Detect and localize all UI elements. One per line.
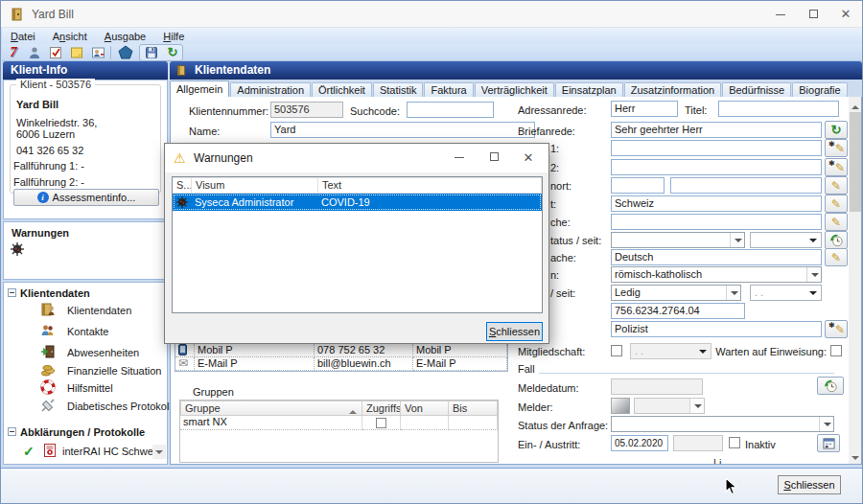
melder-select[interactable] (634, 398, 705, 414)
ahv-field[interactable]: 756.6234.2764.04 (611, 303, 745, 319)
inaktiv-checkbox[interactable] (729, 437, 740, 448)
tab-biografie[interactable]: Biografie (792, 82, 847, 97)
gruppen-row-name[interactable]: smart NX (180, 416, 362, 430)
nav-item-finanzielle-situation[interactable]: Finanzielle Situation (67, 365, 161, 377)
nav-group-abklaerungen[interactable]: Abklärungen / Protokolle (20, 426, 145, 438)
nav-item-interrai[interactable]: interRAI HC Schweiz (62, 446, 161, 457)
scrollbar-thumb[interactable] (850, 112, 861, 212)
dialog-close-action-button[interactable]: Schliessen (486, 322, 543, 341)
tab-einsatzplan[interactable]: Einsatzplan (555, 82, 623, 97)
beruf-edit-button[interactable]: ✱✎ (825, 320, 848, 338)
col-s[interactable]: S... (173, 177, 192, 194)
contact-kind-cell[interactable]: E-Mail P (413, 357, 507, 371)
col-visum[interactable]: Visum (192, 177, 318, 194)
tab-vertraeglichkeit[interactable]: Verträglichkeit (475, 82, 554, 97)
contact-type-cell[interactable]: E-Mail P (195, 357, 315, 371)
nav-scroll-down-button[interactable] (152, 445, 166, 459)
status-anfrage-select[interactable] (611, 416, 834, 432)
nav-item-diabetisches-protokoll[interactable]: Diabetisches Protokoll (67, 401, 172, 412)
contact-value-cell[interactable]: bill@bluewin.ch (315, 357, 413, 371)
field-row1[interactable] (611, 140, 822, 156)
refresh-button[interactable] (163, 45, 182, 60)
briefanrede-refresh-button[interactable] (825, 121, 848, 139)
menu-ausgabe[interactable]: Ausgabe (96, 31, 154, 42)
status-date-combo[interactable] (750, 232, 822, 248)
name-field[interactable]: Yard (270, 122, 535, 138)
gruppen-col-gruppe[interactable]: Gruppe (180, 401, 362, 416)
window-maximize-button[interactable] (797, 1, 829, 27)
field-row2[interactable] (611, 159, 822, 175)
menu-hilfe[interactable]: Hilfe (154, 31, 193, 42)
dialog-titlebar[interactable]: Warnungen ✕ (165, 144, 548, 172)
wohnort-edit-button[interactable] (825, 176, 848, 195)
contact-kind-cell[interactable]: Mobil P (413, 344, 507, 357)
eintritt-field[interactable]: 05.02.2020 (611, 435, 668, 451)
field-row5[interactable] (611, 214, 822, 230)
tab-statistik[interactable]: Statistik (373, 82, 424, 97)
contact-card-button[interactable] (88, 45, 107, 60)
tab-beduerfnisse[interactable]: Bedürfnisse (722, 82, 791, 97)
staat-edit-button[interactable] (825, 195, 848, 213)
mitgliedschaft-date-combo[interactable]: . . (630, 343, 711, 359)
scroll-up-button[interactable] (849, 97, 862, 111)
staat-field[interactable]: Schweiz (611, 195, 822, 212)
nav-item-abwesenheiten[interactable]: Abwesenheiten (67, 347, 139, 358)
menu-ansicht[interactable]: Ansicht (44, 31, 96, 42)
status-select[interactable] (611, 232, 745, 248)
col-text[interactable]: Text (318, 177, 542, 194)
pentagon-button[interactable] (116, 45, 135, 60)
briefanrede-field[interactable]: Sehr geehrter Herr (611, 122, 822, 138)
contact-value-cell[interactable]: 078 752 65 32 (315, 344, 413, 357)
titel-field[interactable] (718, 101, 839, 117)
wohnort-field[interactable] (670, 177, 822, 194)
scroll-down-button[interactable] (849, 450, 862, 465)
melder-icon[interactable] (611, 398, 630, 414)
row5-edit-button[interactable] (825, 213, 848, 231)
tab-oertlichkeit[interactable]: Örtlichkeit (312, 82, 372, 97)
contact-type-cell[interactable]: Mobil P (195, 344, 315, 357)
klientennummer-field[interactable]: 503576 (270, 102, 343, 118)
tab-zusatzinformation[interactable]: Zusatzinformation (624, 82, 721, 97)
report-button[interactable]: 7 (4, 45, 23, 60)
sprache-field[interactable]: Deutsch (611, 249, 822, 265)
nav-item-kontakte[interactable]: Kontakte (67, 326, 108, 337)
titlebar[interactable]: Yard Bill ✕ (1, 1, 862, 28)
austritt-field[interactable] (673, 435, 723, 451)
warten-checkbox[interactable] (830, 345, 842, 356)
mitgliedschaft-checkbox[interactable] (611, 345, 622, 356)
zivilstand-date-combo[interactable]: . . (750, 285, 822, 301)
dialog-close-button[interactable]: ✕ (512, 144, 545, 172)
dialog-minimize-button[interactable] (443, 144, 476, 172)
gruppen-col-zugriff[interactable]: Zugriffs... (362, 401, 401, 416)
collapse-icon[interactable] (8, 427, 16, 436)
beruf-field[interactable]: Polizist (611, 321, 822, 337)
protocol-button[interactable] (46, 45, 65, 60)
nav-item-hilfsmittel[interactable]: Hilfsmittel (67, 382, 113, 394)
gruppen-col-bis[interactable]: Bis (449, 401, 498, 416)
sprache-edit-button[interactable] (825, 248, 848, 266)
tab-faktura[interactable]: Faktura (424, 82, 473, 97)
konfession-select[interactable]: römisch-katholisch (611, 266, 822, 283)
row1-edit-button[interactable]: ✱✎ (825, 139, 848, 157)
client-button[interactable] (25, 45, 44, 60)
dialog-maximize-button[interactable] (478, 144, 510, 172)
meldedatum-history-button[interactable] (817, 377, 844, 395)
save-button[interactable] (142, 45, 161, 60)
meldedatum-field[interactable] (611, 378, 703, 395)
nav-group-klientendaten[interactable]: Klientendaten (20, 287, 90, 299)
tab-administration[interactable]: Administration (230, 82, 311, 97)
gruppen-col-von[interactable]: Von (401, 401, 449, 416)
adressanrede-field[interactable]: Herr (611, 101, 678, 117)
collapse-icon[interactable] (8, 288, 16, 297)
plz-field[interactable] (611, 177, 665, 194)
assessmentinfo-button[interactable]: i Assessmentinfo... (13, 189, 159, 206)
close-button[interactable]: Schliessen (778, 475, 841, 494)
suchcode-field[interactable] (407, 102, 494, 118)
menu-datei[interactable]: Datei (2, 31, 44, 42)
window-minimize-button[interactable] (764, 1, 797, 27)
status-history-button[interactable] (825, 231, 848, 249)
tab-allgemein[interactable]: Allgemein (170, 80, 229, 97)
warning-row[interactable]: Syseca Administrator COVID-19 (173, 194, 542, 211)
window-close-button[interactable]: ✕ (829, 1, 862, 27)
zivilstand-select[interactable]: Ledig (611, 285, 741, 301)
